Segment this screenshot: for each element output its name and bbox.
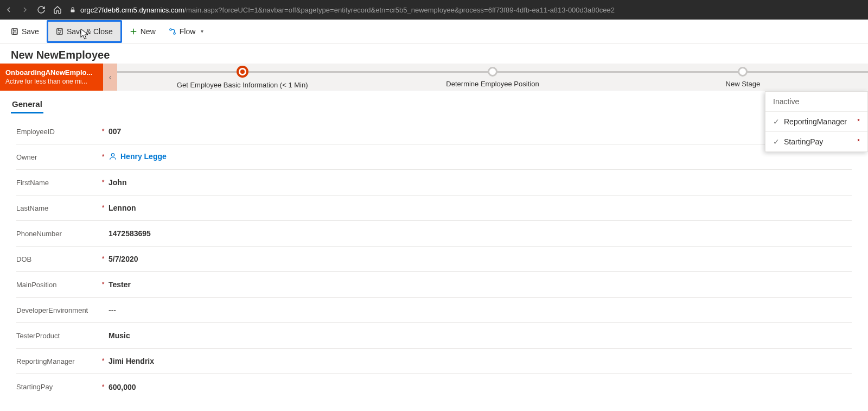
field-dob[interactable]: DOB * 5/7/2020 <box>16 246 852 272</box>
bpf-collapse-button[interactable]: ‹ <box>103 64 117 91</box>
field-mainposition[interactable]: MainPosition * Tester <box>16 272 852 298</box>
reload-icon[interactable] <box>37 5 46 14</box>
field-developerenvironment[interactable]: DeveloperEnvironment --- <box>16 298 852 323</box>
field-testerproduct[interactable]: TesterProduct Music <box>16 323 852 349</box>
owner-link[interactable]: Henry Legge <box>108 152 167 161</box>
flow-button[interactable]: Flow ▾ <box>163 24 209 39</box>
field-value: 007 <box>108 127 852 136</box>
chevron-left-icon: ‹ <box>109 73 112 81</box>
field-value: --- <box>108 306 852 314</box>
check-icon: ✓ <box>773 117 780 126</box>
url-text: orgc27fdeb6.crm5.dynamics.com/main.aspx?… <box>80 6 615 14</box>
forward-icon[interactable] <box>21 5 29 14</box>
flyout-label: StartingPay <box>784 137 853 146</box>
stage-circle-icon <box>738 67 748 77</box>
field-label: StartingPay <box>16 383 98 391</box>
field-startingpay[interactable]: StartingPay * 600,000 <box>16 374 852 400</box>
svg-rect-2 <box>13 31 16 34</box>
tab-row: General <box>0 91 868 113</box>
save-close-button[interactable]: Save & Close <box>50 24 118 39</box>
required-marker: * <box>98 383 108 391</box>
stage-3[interactable]: New Stage <box>618 67 868 88</box>
back-icon[interactable] <box>4 5 13 14</box>
form-area: EmployeeID * 007 Owner * Henry Legge Fir… <box>0 113 868 405</box>
bpf-name: OnboardingANewEmplo... <box>5 68 98 78</box>
svg-rect-1 <box>12 28 18 34</box>
check-icon: ✓ <box>773 137 780 146</box>
field-label: TesterProduct <box>16 332 98 340</box>
field-label: DeveloperEnvironment <box>16 306 98 314</box>
new-label: New <box>141 27 156 36</box>
save-button[interactable]: Save <box>5 24 44 39</box>
field-value: John <box>108 178 852 187</box>
field-lastname[interactable]: LastName * Lennon <box>16 195 852 221</box>
required-marker: * <box>98 179 108 186</box>
home-icon[interactable] <box>53 5 62 14</box>
field-label: DOB <box>16 255 98 263</box>
required-marker: * <box>98 281 108 288</box>
page-title: New NewEmployee <box>0 43 868 64</box>
person-icon <box>108 152 117 161</box>
svg-point-5 <box>174 32 176 34</box>
stage-label: New Stage <box>726 80 761 88</box>
stage-circle-icon <box>237 66 248 78</box>
field-label: FirstName <box>16 179 98 187</box>
field-label: LastName <box>16 204 98 212</box>
bpf-header[interactable]: OnboardingANewEmplo... Active for less t… <box>0 64 103 91</box>
stage-flyout: Inactive ✓ ReportingManager * ✓ Starting… <box>765 91 868 152</box>
required-marker: * <box>98 153 108 161</box>
stage-label: Get Employee Basic Information (< 1 Min) <box>177 81 308 89</box>
required-marker: * <box>98 128 108 135</box>
svg-point-6 <box>111 153 114 156</box>
flyout-label: ReportingManager <box>784 117 853 126</box>
field-label: EmployeeID <box>16 128 98 136</box>
required-marker: * <box>98 357 108 365</box>
field-label: ReportingManager <box>16 357 98 365</box>
owner-name: Henry Legge <box>120 152 167 161</box>
required-marker: * <box>857 118 860 125</box>
stage-2[interactable]: Determine Employee Position <box>367 67 617 88</box>
stage-1[interactable]: Get Employee Basic Information (< 1 Min) <box>117 66 367 89</box>
field-value: Tester <box>108 280 852 289</box>
svg-rect-3 <box>57 28 63 34</box>
field-employeeid[interactable]: EmployeeID * 007 <box>16 119 852 144</box>
save-label: Save <box>22 27 39 36</box>
chevron-down-icon: ▾ <box>201 28 203 34</box>
field-value: Lennon <box>108 204 852 212</box>
new-button[interactable]: New <box>124 24 161 39</box>
flyout-row-startingpay[interactable]: ✓ StartingPay * <box>765 131 867 151</box>
field-phonenumber[interactable]: PhoneNumber 1472583695 <box>16 221 852 246</box>
svg-point-4 <box>170 28 172 30</box>
plus-icon <box>130 28 137 35</box>
field-value: Jimi Hendrix <box>108 357 852 365</box>
command-bar: Save Save & Close New Flow ▾ <box>0 20 868 43</box>
browser-chrome: orgc27fdeb6.crm5.dynamics.com/main.aspx?… <box>0 0 868 20</box>
bpf-status: Active for less than one mi... <box>5 78 98 86</box>
field-label: Owner <box>16 153 98 161</box>
lock-icon <box>69 7 76 13</box>
required-marker: * <box>98 204 108 212</box>
required-marker: * <box>857 138 860 146</box>
save-icon <box>11 28 18 35</box>
field-reportingmanager[interactable]: ReportingManager * Jimi Hendrix <box>16 349 852 374</box>
field-value: 5/7/2020 <box>108 255 852 263</box>
field-firstname[interactable]: FirstName * John <box>16 170 852 195</box>
field-value: 1472583695 <box>108 229 852 238</box>
flow-label: Flow <box>180 27 196 36</box>
flyout-title: Inactive <box>765 92 867 111</box>
tab-general[interactable]: General <box>11 96 43 113</box>
field-label: MainPosition <box>16 281 98 289</box>
field-owner[interactable]: Owner * Henry Legge <box>16 144 852 170</box>
svg-rect-0 <box>71 10 75 12</box>
field-label: PhoneNumber <box>16 230 98 238</box>
flyout-row-reportingmanager[interactable]: ✓ ReportingManager * <box>765 111 867 131</box>
bpf-bar: OnboardingANewEmplo... Active for less t… <box>0 64 868 91</box>
field-value: Music <box>108 331 852 340</box>
stage-label: Determine Employee Position <box>446 80 539 88</box>
field-value: 600,000 <box>108 383 852 391</box>
field-value: Henry Legge <box>108 152 852 162</box>
url-bar[interactable]: orgc27fdeb6.crm5.dynamics.com/main.aspx?… <box>69 6 864 14</box>
save-close-label: Save & Close <box>67 27 113 36</box>
save-close-highlight: Save & Close <box>47 20 122 43</box>
required-marker: * <box>98 255 108 263</box>
